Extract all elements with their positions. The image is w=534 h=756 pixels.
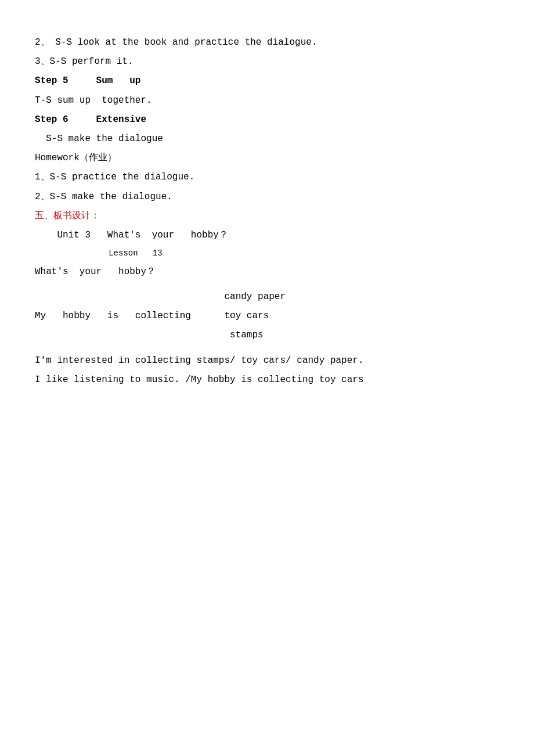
line-1: 2、 S-S look at the book and practice the… bbox=[35, 35, 499, 51]
line-4: S-S make the dialogue bbox=[35, 131, 499, 147]
spacer-2 bbox=[35, 347, 499, 353]
board-design-label: 五、板书设计： bbox=[35, 208, 499, 224]
hw-line-2: 2、S-S make the dialogue. bbox=[35, 189, 499, 205]
hobby-question: What's your hobby？ bbox=[35, 264, 499, 280]
spacer-1 bbox=[35, 283, 499, 289]
interested-line: I'm interested in collecting stamps/ toy… bbox=[35, 353, 499, 369]
unit-title: Unit 3 What's your hobby？ bbox=[35, 228, 499, 243]
candy-paper-line: candy paper bbox=[35, 289, 499, 305]
line-2: 3、S-S perform it. bbox=[35, 54, 499, 70]
homework-label: Homework（作业） bbox=[35, 150, 499, 166]
like-listening-line: I like listening to music. /My hobby is … bbox=[35, 372, 499, 388]
lesson-label: Lesson 13 bbox=[70, 247, 499, 261]
stamps-line: stamps bbox=[35, 327, 499, 343]
main-content: 2、 S-S look at the book and practice the… bbox=[35, 35, 499, 388]
line-3: T-S sum up together. bbox=[35, 93, 499, 109]
hw-line-1: 1、S-S practice the dialogue. bbox=[35, 170, 499, 185]
hobby-is-line: My hobby is collecting toy cars bbox=[35, 308, 499, 324]
step6-heading: Step 6 Extensive bbox=[35, 112, 499, 128]
step5-heading: Step 5 Sum up bbox=[35, 73, 499, 89]
